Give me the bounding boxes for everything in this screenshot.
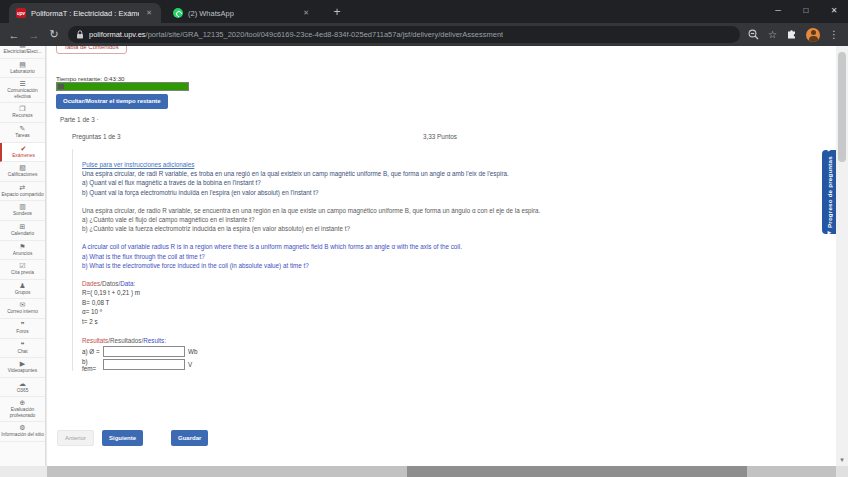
- results-heading: Resultats/Resultados/Results:: [82, 336, 602, 345]
- scroll-down-arrow-icon[interactable]: ▾: [836, 454, 848, 466]
- sidebar-item-foros[interactable]: ❞Foros: [0, 319, 45, 339]
- vertical-scrollbar[interactable]: ▾: [836, 46, 848, 466]
- assessment-nav-buttons: Anterior Siguiente Guardar: [57, 430, 208, 446]
- next-button[interactable]: Siguiente: [102, 430, 143, 446]
- previous-button[interactable]: Anterior: [57, 430, 94, 446]
- question-text-es: Una espira circular, de radio R variable…: [82, 206, 602, 215]
- sidebar-item-comunicacion-efectiva[interactable]: ☰Comunicación efectiva: [0, 78, 45, 103]
- forum-bubbles-icon: ❞: [1, 321, 44, 329]
- sidebar-item-electricitat[interactable]: ▦Electricitat/Elect...: [0, 46, 45, 59]
- reload-icon[interactable]: ↻: [44, 28, 64, 41]
- video-icon: ▶: [1, 360, 44, 368]
- extensions-puzzle-icon[interactable]: [786, 29, 797, 40]
- scrollbar-corner: [836, 466, 848, 477]
- browser-menu-icon[interactable]: ⋮: [829, 29, 839, 40]
- book-icon: ▤: [1, 61, 44, 69]
- sidebar-item-grupos[interactable]: ♟Grupos: [0, 280, 45, 300]
- tab-title: (2) WhatsApp: [188, 9, 296, 18]
- tab-title: PoliformaT : Electricidad : Exámen: [31, 9, 139, 18]
- url-text: poliformat.upv.es/portal/site/GRA_12135_…: [89, 30, 503, 39]
- question-progress-tab[interactable]: ◄ Progreso de preguntas ◄: [822, 150, 836, 234]
- upv-favicon: upv: [16, 8, 26, 18]
- tab-whatsapp[interactable]: (2) WhatsApp ✕: [166, 3, 318, 23]
- new-tab-button[interactable]: +: [328, 4, 346, 22]
- answer-b-label: b) fem=: [82, 358, 103, 372]
- tab-close-icon[interactable]: ✕: [301, 8, 311, 18]
- checkmark-icon: ✔: [3, 145, 44, 153]
- time-remaining-progress-bar: [56, 82, 189, 91]
- zoom-icon[interactable]: [748, 29, 759, 40]
- calendar-icon: ⊞: [1, 223, 44, 231]
- address-bar[interactable]: poliformat.upv.es/portal/site/GRA_12135_…: [68, 26, 740, 43]
- question-b-ca: b) Quant val la força electromotriu indu…: [82, 188, 602, 197]
- sidebar-item-evaluacion-profesorado[interactable]: ⊕Evaluación profesorado: [0, 397, 45, 422]
- forward-icon[interactable]: →: [24, 29, 44, 41]
- sidebar-item-cita-previa[interactable]: ☑Cita previa: [0, 260, 45, 280]
- question-a-en: a) What is the flux through the coil at …: [82, 252, 602, 261]
- url-path: /portal/site/GRA_12135_2020/tool/049c616…: [146, 30, 504, 39]
- question-a-ca: a) Quant val el flux magnètic a través d…: [82, 178, 602, 187]
- answer-a-label: a) Ø =: [82, 348, 103, 355]
- announcement-flag-icon: ⚑: [1, 243, 44, 251]
- browser-tab-strip: upv PoliformaT : Electricidad : Exámen ✕…: [0, 0, 848, 23]
- person-icon: ♟: [1, 282, 44, 290]
- sidebar-item-calendario[interactable]: ⊞Calendario: [0, 221, 45, 241]
- window-minimize-button[interactable]: ─: [764, 0, 792, 23]
- save-button[interactable]: Guardar: [171, 430, 208, 446]
- sidebar-item-laboratorio[interactable]: ▤Laboratorio: [0, 59, 45, 79]
- horizontal-scrollbar[interactable]: [47, 466, 836, 477]
- bookmark-star-icon[interactable]: ☆: [768, 29, 777, 40]
- data-angle: α= 10 º: [82, 307, 602, 317]
- toggle-time-button[interactable]: Ocultar/Mostrar el tiempo restante: [56, 94, 168, 109]
- sidebar-item-videoapuntes[interactable]: ▶Videoapuntes: [0, 358, 45, 378]
- window-close-button[interactable]: ✕: [820, 0, 848, 23]
- sidebar-item-recursos[interactable]: ❐Recursos: [0, 103, 45, 123]
- sidebar-item-anuncios[interactable]: ⚑Anuncios: [0, 241, 45, 261]
- communication-icon: ☰: [1, 80, 44, 88]
- sidebar-item-chat[interactable]: ❝Chat: [0, 339, 45, 359]
- assessment-content: Tabla de Contenidos Tiempo restante: 0:4…: [47, 46, 836, 466]
- envelope-icon: ✉: [1, 301, 44, 309]
- url-domain: poliformat.upv.es: [89, 30, 146, 39]
- browser-toolbar: ← → ↻ poliformat.upv.es/portal/site/GRA_…: [0, 23, 848, 46]
- course-sidebar: ▦Electricitat/Elect... ▤Laboratorio ☰Com…: [0, 46, 46, 466]
- data-radius: R=( 0,19 t + 0,21 ) m: [82, 288, 602, 298]
- back-icon[interactable]: ←: [4, 29, 24, 41]
- sidebar-item-o365[interactable]: ☁O365: [0, 378, 45, 398]
- points-label: 3,33 Puntos: [377, 133, 457, 140]
- whatsapp-favicon: [173, 8, 183, 18]
- globe-icon: ⊕: [1, 399, 44, 407]
- tab-close-icon[interactable]: ✕: [144, 8, 154, 18]
- answer-a-unit: Wb: [188, 348, 197, 355]
- sidebar-item-examenes[interactable]: ✔Exámenes: [0, 143, 45, 163]
- table-of-contents-button[interactable]: Tabla de Contenidos: [56, 46, 127, 54]
- window-controls: ─ □ ✕: [764, 0, 848, 23]
- pencil-icon: ✎: [1, 125, 44, 133]
- additional-instructions-link[interactable]: Pulse para ver instrucciones adicionales: [82, 161, 194, 168]
- exchange-arrows-icon: ⇄: [1, 184, 44, 192]
- window-maximize-button[interactable]: □: [792, 0, 820, 23]
- flux-answer-input[interactable]: [103, 346, 185, 357]
- page-body: ▦Electricitat/Elect... ▤Laboratorio ☰Com…: [0, 46, 848, 477]
- answer-row-emf: b) fem= V: [82, 359, 602, 371]
- sidebar-item-calificaciones[interactable]: ▧Calificaciones: [0, 162, 45, 182]
- tab-poliformat[interactable]: upv PoliformaT : Electricidad : Exámen ✕: [9, 3, 161, 23]
- chat-bubble-icon: ❝: [1, 341, 44, 349]
- sidebar-item-tareas[interactable]: ✎Tareas: [0, 123, 45, 143]
- answer-row-flux: a) Ø = Wb: [82, 346, 602, 358]
- data-heading: Dades/Datos/Data:: [82, 279, 602, 288]
- sidebar-footer-strip: [0, 466, 47, 477]
- question-a-es: a) ¿Cuánto vale el flujo del campo magné…: [82, 215, 602, 224]
- question-b-en: b) What is the electromotive force induc…: [82, 261, 602, 270]
- appointment-icon: ☑: [1, 262, 44, 270]
- question-counter: Preguntas 1 de 3: [72, 133, 121, 140]
- horizontal-scrollbar-thumb[interactable]: [407, 466, 747, 477]
- sidebar-item-informacion-del-sitio[interactable]: ⚙Información del sitio: [0, 422, 45, 442]
- profile-avatar-icon[interactable]: [806, 28, 820, 42]
- vertical-scrollbar-thumb[interactable]: [838, 52, 846, 162]
- sidebar-item-sondeos[interactable]: ▥Sondeos: [0, 201, 45, 221]
- sidebar-item-correo-interno[interactable]: ✉Correo interno: [0, 299, 45, 319]
- question-text-ca: Una espira circular, de radi R variable,…: [82, 169, 602, 178]
- sidebar-item-espacio-compartido[interactable]: ⇄Espacio compartido: [0, 182, 45, 202]
- emf-answer-input[interactable]: [103, 359, 185, 370]
